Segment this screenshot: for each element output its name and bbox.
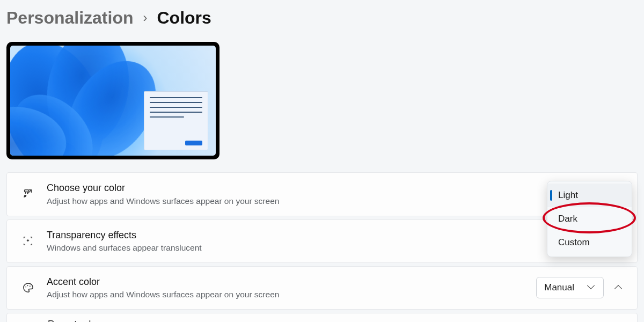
dropdown-option-light[interactable]: Light — [547, 184, 632, 207]
breadcrumb-current: Colors — [157, 8, 211, 28]
desktop-preview-thumbnail — [6, 42, 219, 159]
breadcrumb-parent[interactable]: Personalization — [6, 8, 134, 28]
svg-point-1 — [25, 287, 26, 288]
color-mode-dropdown: Light Dark Custom — [547, 181, 632, 257]
sparkle-frame-icon — [19, 235, 37, 247]
row-subtitle: Adjust how apps and Windows surfaces app… — [47, 196, 625, 207]
accent-mode-select[interactable]: Manual — [536, 277, 604, 298]
chevron-down-icon — [588, 284, 596, 291]
breadcrumb: Personalization › Colors — [0, 0, 644, 28]
chevron-up-icon — [616, 284, 623, 291]
row-choose-your-color[interactable]: Choose your color Adjust how apps and Wi… — [6, 172, 638, 216]
svg-point-3 — [29, 286, 30, 287]
svg-rect-0 — [25, 190, 28, 192]
preview-window-mock — [144, 91, 208, 150]
palette-icon — [19, 282, 37, 294]
row-title: Transparency effects — [47, 229, 625, 241]
paintbrush-icon — [19, 188, 37, 200]
chevron-right-icon: › — [143, 10, 148, 26]
expand-section-button[interactable] — [613, 282, 625, 294]
row-transparency-effects[interactable]: Transparency effects Windows and surface… — [6, 219, 638, 263]
row-accent-color[interactable]: Accent color Adjust how apps and Windows… — [6, 266, 638, 310]
row-title: Accent color — [47, 275, 536, 288]
row-title: Choose your color — [47, 181, 625, 194]
row-recent-colors-partial: Recent colors — [6, 313, 638, 322]
dropdown-option-custom[interactable]: Custom — [547, 231, 632, 254]
row-title: Recent colors — [48, 319, 104, 322]
row-subtitle: Adjust how apps and Windows surfaces app… — [47, 289, 536, 301]
svg-point-2 — [27, 285, 28, 286]
dropdown-option-dark[interactable]: Dark — [547, 207, 632, 231]
select-value: Manual — [544, 282, 574, 293]
row-subtitle: Windows and surfaces appear translucent — [47, 243, 625, 254]
